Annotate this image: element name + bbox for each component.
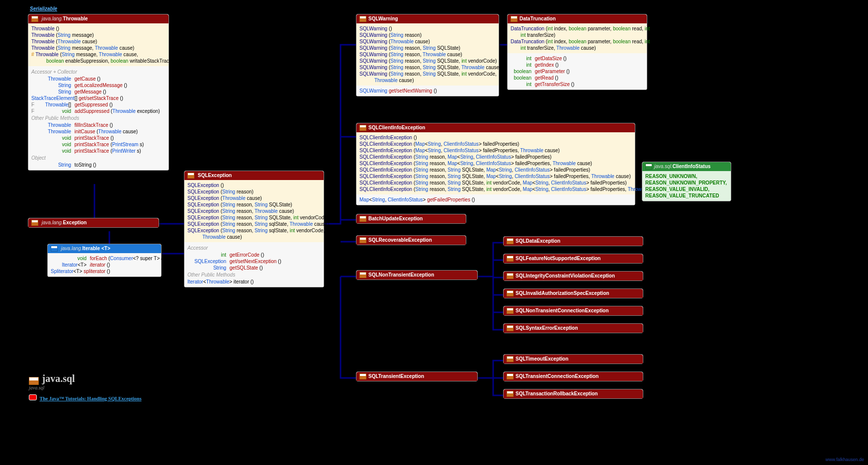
class-icon <box>507 391 514 397</box>
tutorial-link[interactable]: The Java™ Tutorials: Handling SQLExcepti… <box>40 396 142 401</box>
class-icon <box>507 308 514 314</box>
class-icon <box>507 356 514 362</box>
sqlsyntax-class-box: SQLSyntaxErrorException <box>503 323 643 333</box>
sqlntconn-class-box: SQLNonTransientConnectionException <box>503 306 643 316</box>
datatruncation-class-box: DataTruncation DataTruncation (int index… <box>507 14 647 90</box>
sqltransient-class-box: SQLTransientException <box>356 372 478 381</box>
sqlauth-class-box: SQLInvalidAuthorizationSpecException <box>503 288 643 298</box>
class-icon <box>359 125 366 131</box>
clientinfostatus-enum-box: java.sql.ClientInfoStatus REASON_UNKNOWN… <box>642 162 731 201</box>
serializable-link[interactable]: Serializable <box>30 6 57 11</box>
class-icon <box>507 325 514 331</box>
exception-class-box: java.lang.Exception <box>28 218 159 228</box>
sqltconn-class-box: SQLTransientConnectionException <box>503 372 643 381</box>
sqlclientinfo-class-box: SQLClientInfoException SQLClientInfoExce… <box>356 123 635 205</box>
class-icon <box>507 238 514 244</box>
class-icon <box>507 290 514 296</box>
sqlexception-constructors: SQLException () SQLException (String rea… <box>184 180 324 242</box>
class-icon <box>359 16 366 22</box>
class-icon <box>31 16 38 22</box>
sqlexception-class-box: SQLException SQLException () SQLExceptio… <box>184 171 324 287</box>
throwable-class-box: java.lang.Throwable Throwable () Throwab… <box>28 14 169 171</box>
class-icon <box>29 377 39 385</box>
class-icon <box>359 237 366 243</box>
oracle-icon <box>29 394 37 400</box>
sqltimeout-class-box: SQLTimeoutException <box>503 354 643 364</box>
class-icon <box>507 256 514 262</box>
sqlrecoverable-class-box: SQLRecoverableException <box>356 235 466 245</box>
interface-icon <box>51 246 58 252</box>
sqlexception-header: SQLException <box>184 171 324 180</box>
class-icon <box>507 373 514 379</box>
iterable-header: java.lang.Iterable <T> <box>48 244 161 253</box>
sqldata-class-box: SQLDataException <box>503 236 643 246</box>
sqlexception-accessors: Accessor int getErrorCode () SQLExceptio… <box>184 242 324 287</box>
class-icon <box>359 272 366 278</box>
throwable-accessors: Accessor + Collector Throwable getCause … <box>28 66 169 170</box>
sqlintegrity-class-box: SQLIntegrityConstraintViolationException <box>503 271 643 281</box>
sqlfeature-class-box: SQLFeatureNotSupportedException <box>503 254 643 264</box>
enum-icon <box>645 164 652 170</box>
package-title: java.sql <box>42 373 75 384</box>
exception-header: java.lang.Exception <box>28 218 159 227</box>
throwable-header: java.lang.Throwable <box>28 14 169 23</box>
sqlnontransient-class-box: SQLNonTransientException <box>356 270 478 280</box>
class-icon <box>187 173 194 179</box>
class-icon <box>507 273 514 279</box>
package-subtitle: java.sql <box>29 385 75 390</box>
sqlrollback-class-box: SQLTransactionRollbackException <box>503 389 643 399</box>
class-icon <box>511 16 518 22</box>
class-icon <box>359 216 366 222</box>
watermark: www.falkhausen.de <box>825 457 864 462</box>
sqlwarning-class-box: SQLWarning SQLWarning () SQLWarning (Str… <box>356 14 499 96</box>
iterable-interface-box: java.lang.Iterable <T> void forEach (Con… <box>47 244 162 277</box>
class-icon <box>31 220 38 226</box>
throwable-constructors: Throwable () Throwable (String message) … <box>28 23 169 66</box>
batchupdate-class-box: BatchUpdateException <box>356 214 466 224</box>
class-icon <box>359 373 366 379</box>
iterable-methods: void forEach (Consumer<? super T> action… <box>48 253 161 277</box>
